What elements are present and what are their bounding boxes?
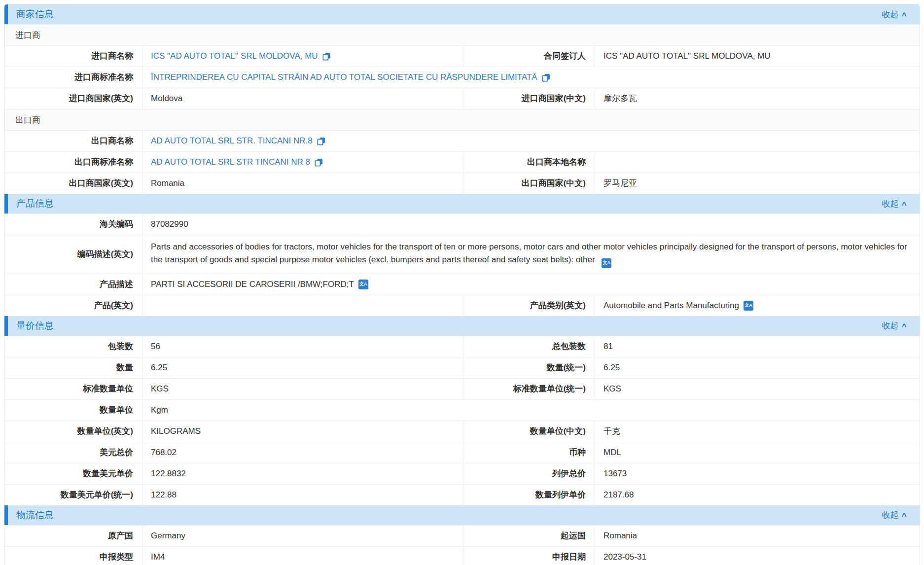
quantity-unit-label: 数量单位 [4,400,142,421]
table-row-declaration: 申报类型 IM4 申报日期 2023-05-31 [4,546,920,565]
leu-total-value: 13673 [595,463,920,484]
exporter-name-label: 出口商名称 [4,131,142,151]
importer-country-cn-label: 进口商国家(中文) [463,88,595,109]
exporter-country-en-value: Romania [142,173,463,194]
table-row-usd-unit-price-unified: 数量美元单价(统一) 122.88 数量列伊单价 2187.68 [4,484,920,505]
collapse-label: 收起 [882,198,898,210]
chevron-up-icon: ∧ [901,511,908,518]
contract-signer-value: ICS "AD AUTO TOTAL" SRL MOLDOVA, MU [595,46,920,67]
table-row-origin-country: 原产国 Germany 起运国 Romania [4,525,920,546]
collapse-product-button[interactable]: 收起 ∧ [882,198,907,210]
importer-standard-name-value: ÎNTREPRINDEREA CU CAPITAL STRĂIN AD AUTO… [142,67,920,88]
table-row-product-description: 产品描述 PARTI SI ACCESORII DE CAROSERII /BM… [4,274,920,295]
product-description-value: PARTI SI ACCESORII DE CAROSERII /BMW;FOR… [142,274,920,295]
exporter-standard-name-link[interactable]: AD AUTO TOTAL SRL STR TINCANI NR 8 [151,156,310,169]
translate-icon[interactable]: 文A [602,258,611,268]
usd-unit-price-unified-label: 数量美元单价(统一) [4,485,142,505]
table-row-product-en: 产品(英文) 产品类别(英文) Automobile and Parts Man… [4,295,920,316]
product-description-label: 产品描述 [4,274,142,295]
product-category-value: Automobile and Parts Manufacturing 文A [595,295,920,316]
leu-unit-price-value: 2187.68 [595,485,920,505]
collapse-quantity-price-button[interactable]: 收起 ∧ [882,320,907,331]
section-header-product: 产品信息 收起 ∧ [4,194,920,213]
chevron-up-icon: ∧ [901,200,908,207]
package-count-value: 56 [142,336,463,357]
usd-unit-price-value: 122.8832 [142,463,463,484]
section-title-logistics: 物流信息 [16,509,54,522]
product-description-text: PARTI SI ACCESORII DE CAROSERII /BMW;FOR… [151,278,354,291]
collapse-merchant-button[interactable]: 收起 ∧ [882,9,907,20]
quantity-unit-value: Kgm [142,400,920,421]
section-title-quantity-price: 量价信息 [16,319,54,332]
quantity-label: 数量 [4,357,142,378]
table-row-standard-unit: 标准数量单位 KGS 标准数量单位(统一) KGS [4,378,920,399]
standard-unit-unified-value: KGS [595,379,920,399]
table-row-usd-total: 美元总价 768.02 币种 MDL [4,442,920,463]
importer-standard-name-link[interactable]: ÎNTREPRINDEREA CU CAPITAL STRĂIN AD AUTO… [151,71,537,84]
table-row-package-count: 包装数 56 总包装数 81 [4,336,920,357]
code-description-text: Parts and accessories of bodies for trac… [151,242,907,264]
declaration-type-value: IM4 [142,547,463,565]
total-package-count-value: 81 [595,336,920,357]
declaration-type-label: 申报类型 [4,547,142,565]
table-row-quantity: 数量 6.25 数量(统一) 6.25 [4,357,920,378]
collapse-logistics-button[interactable]: 收起 ∧ [882,509,907,521]
hs-code-label: 海关编码 [4,214,142,235]
table-row-importer-name: 进口商名称 ICS "AD AUTO TOTAL" SRL MOLDOVA, M… [4,45,920,67]
usd-total-label: 美元总价 [4,442,142,463]
table-row-importer-standard-name: 进口商标准名称 ÎNTREPRINDEREA CU CAPITAL STRĂIN… [4,67,920,88]
currency-label: 币种 [463,442,595,463]
copy-icon[interactable] [322,52,331,61]
declaration-date-value: 2023-05-31 [595,547,920,565]
copy-icon[interactable] [542,73,550,82]
translate-icon[interactable]: 文A [358,280,368,289]
collapse-label: 收起 [882,9,898,20]
chevron-up-icon: ∧ [901,321,908,329]
group-header-importer: 进口商 [4,24,920,45]
exporter-local-name-label: 出口商本地名称 [463,152,595,173]
importer-country-cn-value: 摩尔多瓦 [595,88,920,109]
product-category-label: 产品类别(英文) [463,295,595,316]
collapse-label: 收起 [882,509,898,521]
importer-country-en-label: 进口商国家(英文) [4,88,142,109]
table-row-code-description: 编码描述(英文) Parts and accessories of bodies… [4,235,920,274]
section-header-merchant: 商家信息 收起 ∧ [4,4,920,24]
product-en-label: 产品(英文) [4,295,142,316]
table-row-quantity-unit: 数量单位 Kgm [4,399,920,421]
section-header-logistics: 物流信息 收起 ∧ [4,505,920,525]
copy-icon[interactable] [315,158,323,167]
section-title-merchant: 商家信息 [16,8,54,21]
table-row-exporter-standard-name: 出口商标准名称 AD AUTO TOTAL SRL STR TINCANI NR… [4,151,920,173]
chevron-up-icon: ∧ [901,10,908,18]
exporter-name-link[interactable]: AD AUTO TOTAL SRL STR. TINCANI NR.8 [151,135,313,147]
quantity-value: 6.25 [142,357,463,378]
quantity-unit-en-label: 数量单位(英文) [4,421,142,442]
importer-standard-name-label: 进口商标准名称 [4,67,142,88]
exporter-country-en-label: 出口商国家(英文) [4,173,142,194]
table-row-importer-country: 进口商国家(英文) Moldova 进口商国家(中文) 摩尔多瓦 [4,88,920,109]
standard-unit-value: KGS [142,379,463,399]
section-header-quantity-price: 量价信息 收起 ∧ [4,316,920,336]
exporter-standard-name-label: 出口商标准名称 [4,152,142,173]
importer-name-label: 进口商名称 [4,46,142,67]
code-description-label: 编码描述(英文) [4,235,142,274]
declaration-date-label: 申报日期 [463,547,595,565]
quantity-unit-cn-value: 千克 [595,421,920,442]
group-header-exporter: 出口商 [4,109,920,130]
usd-unit-price-label: 数量美元单价 [4,463,142,484]
copy-icon[interactable] [317,137,325,145]
quantity-unified-label: 数量(统一) [463,357,595,378]
quantity-unified-value: 6.25 [595,357,920,378]
standard-unit-label: 标准数量单位 [4,379,142,399]
usd-unit-price-unified-value: 122.88 [142,485,463,505]
exporter-local-name-value [595,152,920,173]
hs-code-value: 87082990 [142,214,920,235]
code-description-value: Parts and accessories of bodies for trac… [142,235,920,274]
importer-name-link[interactable]: ICS "AD AUTO TOTAL" SRL MOLDOVA, MU [151,50,318,63]
table-row-usd-unit-price: 数量美元单价 122.8832 列伊总价 13673 [4,463,920,484]
departure-country-value: Romania [595,526,920,546]
translate-icon[interactable]: 文A [744,301,753,311]
table-row-hs-code: 海关编码 87082990 [4,213,920,235]
origin-country-value: Germany [142,526,463,546]
total-package-count-label: 总包装数 [463,336,595,357]
